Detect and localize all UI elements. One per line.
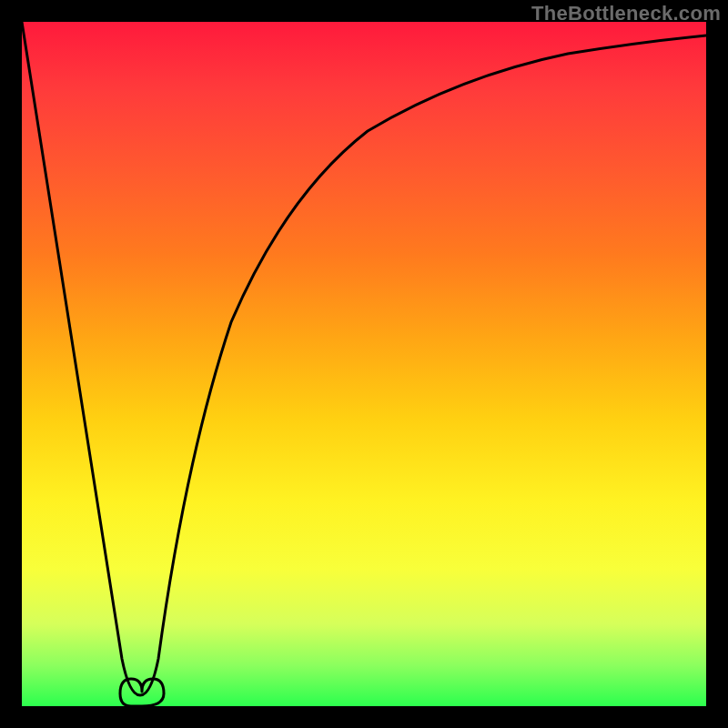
watermark-label: TheBottleneck.com: [531, 2, 721, 25]
chart-frame: TheBottleneck.com: [0, 0, 728, 728]
optimal-marker-icon: [120, 679, 164, 706]
plot-area: [22, 22, 706, 706]
bottleneck-curve: [22, 22, 706, 695]
curve-svg: [22, 22, 706, 706]
